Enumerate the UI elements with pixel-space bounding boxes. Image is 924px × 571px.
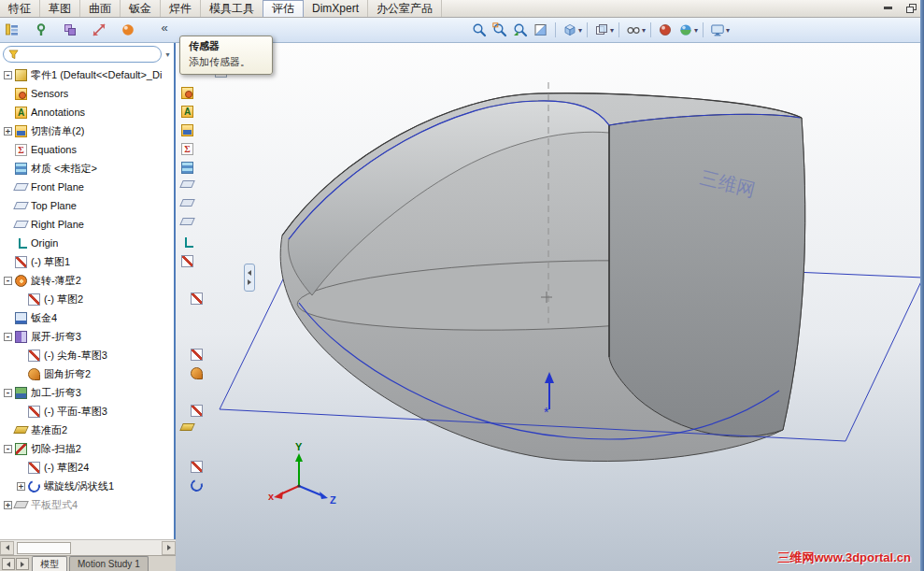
chevron-down-icon[interactable]: ▼ [164,51,171,58]
minimize-button[interactable] [879,2,896,14]
tree-item[interactable]: Front Plane [0,178,174,196]
tree-item[interactable]: -加工-折弯3 [0,383,174,402]
dropdown-arrow-icon[interactable]: ▾ [694,26,698,35]
view-orientation-icon[interactable] [561,21,579,39]
tree-item[interactable]: Annotations [0,103,174,121]
collapse-icon[interactable]: - [4,333,12,341]
ribbon-tab-bar: 特征草图曲面钣金焊件模具工具评估DimXpert办公室产品 [0,0,924,18]
tab-scroll-right-button[interactable] [16,558,29,570]
tree-item[interactable]: Top Plane [0,196,174,215]
dropdown-arrow-icon[interactable]: ▾ [642,26,646,35]
graphics-viewport[interactable]: 三维网 * Y Z x [176,43,920,571]
tree-item[interactable]: 基准面2 [0,421,174,439]
flyout-bend-icon[interactable] [191,367,203,379]
dropdown-arrow-icon[interactable]: ▾ [726,26,730,35]
tree-item[interactable]: +螺旋线/涡状线1 [0,477,174,495]
expand-icon[interactable]: + [4,501,12,509]
flyout-cutlist-icon[interactable] [181,124,193,136]
display-style-icon[interactable] [592,21,611,39]
bottom-tab[interactable]: 模型 [32,556,67,571]
tree-item[interactable]: Equations [0,140,174,159]
tooltip-title: 传感器 [189,39,263,53]
apply-scene-icon[interactable] [676,21,695,39]
configurationmanager-icon[interactable] [61,21,79,39]
sensor-tooltip: 传感器 添加传感器。 [179,36,273,75]
panel-splitter-handle[interactable] [244,264,255,292]
filter-input[interactable] [22,48,156,61]
ribbon-tab[interactable]: 曲面 [80,0,121,17]
collapse-icon[interactable]: - [4,71,12,79]
tree-item[interactable]: +切割清单(2) [0,121,174,140]
scrollbar-thumb[interactable] [17,542,71,554]
tree-item[interactable]: Origin [0,234,174,252]
tree-item-label: 钣金4 [31,311,57,325]
ribbon-tab[interactable]: DimXpert [304,0,368,17]
tree-item[interactable]: -零件1 (Default<<Default>_Di [0,65,174,84]
zoom-to-area-icon[interactable] [490,21,509,39]
previous-view-icon[interactable] [511,21,530,39]
featuremanager-tree-icon[interactable] [3,21,21,39]
collapse-icon[interactable]: - [4,445,12,453]
flyout-sketch-icon[interactable] [191,461,203,473]
tab-scroll-left-button[interactable] [2,558,15,570]
tree-item[interactable]: (-) 草图2 [0,290,174,308]
collapse-icon[interactable]: - [4,389,12,397]
flyout-sketch-icon[interactable] [191,349,203,361]
flyout-sensors-icon[interactable] [181,87,193,99]
ribbon-tab[interactable]: 办公室产品 [368,0,442,17]
flyout-material-icon[interactable] [181,162,193,174]
hide-show-items-icon[interactable] [624,21,643,39]
ribbon-tab[interactable]: 焊件 [161,0,201,17]
propertymanager-icon[interactable] [32,21,50,39]
tree-item-label: Annotations [31,107,85,118]
flyout-equations-icon[interactable] [181,143,193,155]
ribbon-tab[interactable]: 草图 [40,0,80,17]
tree-item[interactable]: -展开-折弯3 [0,327,174,346]
cutlist-icon [15,125,27,137]
view-settings-icon[interactable] [708,21,727,39]
dimxpertmanager-icon[interactable] [90,21,108,39]
tree-horizontal-scrollbar[interactable] [0,539,176,555]
tree-item[interactable]: -切除-扫描2 [0,439,174,458]
edit-appearance-icon[interactable] [656,21,675,39]
tree-item[interactable]: Sensors [0,84,174,103]
tree-item-label: Front Plane [31,181,84,193]
ribbon-tab[interactable]: 钣金 [121,0,161,17]
flyout-origin-icon[interactable] [181,236,193,249]
ribbon-tab[interactable]: 评估 [263,0,304,17]
flyout-sketch-icon[interactable] [181,255,193,267]
tree-item-label: (-) 草图1 [31,255,70,269]
tree-item[interactable]: (-) 草图24 [0,458,174,477]
scroll-left-icon[interactable] [0,541,14,555]
expand-icon[interactable]: + [4,127,12,136]
tree-item-label: (-) 平面-草图3 [44,405,107,419]
expand-icon[interactable]: + [17,482,25,491]
tree-item[interactable]: 材质 <未指定> [0,159,174,178]
tree-item[interactable]: 圆角折弯2 [0,364,174,383]
filter-box[interactable] [3,46,162,63]
dropdown-arrow-icon[interactable]: ▾ [610,26,614,35]
flyout-annotations-icon[interactable] [181,106,193,118]
bottom-tab[interactable]: Motion Study 1 [69,556,149,571]
tree-item[interactable]: -旋转-薄壁2 [0,271,174,290]
flyout-sketch-icon[interactable] [191,405,203,417]
tree-item[interactable]: +平板型式4 [0,495,174,514]
collapse-icon[interactable]: - [4,277,12,285]
collapse-panel-button[interactable]: « [157,21,172,37]
ribbon-tab[interactable]: 特征 [0,0,40,17]
dropdown-arrow-icon[interactable]: ▾ [578,26,582,35]
section-view-icon[interactable] [532,21,550,39]
tree-item[interactable]: (-) 平面-草图3 [0,402,174,421]
ribbon-tab[interactable]: 模具工具 [201,0,263,17]
restore-button[interactable] [903,2,919,14]
tree-item[interactable]: 钣金4 [0,308,174,327]
tree-item-label: Right Plane [31,219,84,230]
zoom-fit-icon[interactable] [470,21,489,39]
tree-item[interactable]: Right Plane [0,215,174,234]
tree-item[interactable]: (-) 草图1 [0,252,174,271]
scroll-right-icon[interactable] [162,541,176,555]
bend-icon [28,368,40,380]
tree-item[interactable]: (-) 尖角-草图3 [0,346,174,364]
displaymanager-icon[interactable] [119,21,137,39]
flyout-sketch-icon[interactable] [191,293,203,305]
